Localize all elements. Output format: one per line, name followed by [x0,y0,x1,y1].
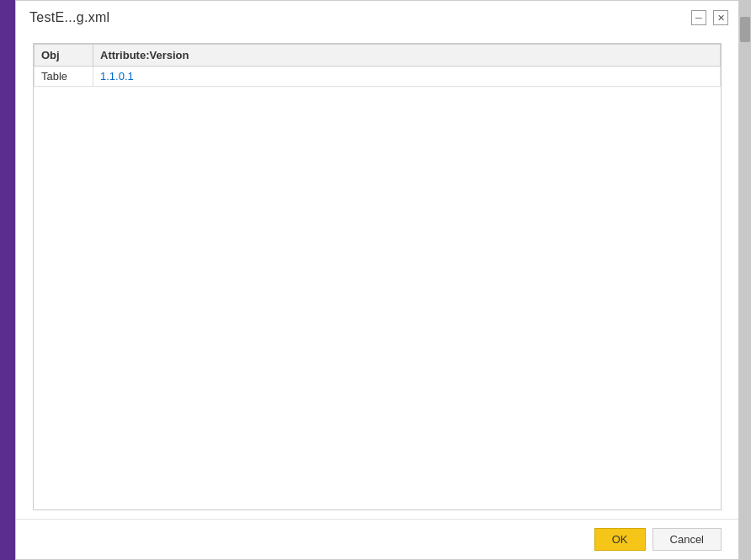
cell-obj: Table [35,67,93,87]
sidebar-strip [0,0,15,560]
col-header-attribute-version: Attribute:Version [93,45,721,67]
col-header-obj: Obj [35,45,93,67]
dialog-window: TestE...g.xml ─ ✕ Obj Attribute:Versi [15,0,739,560]
cell-version: 1.1.0.1 [93,67,721,87]
table-container[interactable]: Obj Attribute:Version Table1.1.0.1 [33,43,722,510]
content-area: Obj Attribute:Version Table1.1.0.1 [16,35,738,519]
cancel-button[interactable]: Cancel [652,528,722,551]
close-button[interactable]: ✕ [713,10,728,25]
table-header-row: Obj Attribute:Version [35,45,721,67]
title-bar: TestE...g.xml ─ ✕ [16,1,738,35]
data-table: Obj Attribute:Version Table1.1.0.1 [34,44,721,87]
table-row[interactable]: Table1.1.0.1 [35,67,721,87]
scrollbar-thumb[interactable] [740,17,750,42]
ok-button[interactable]: OK [594,528,646,551]
window-controls: ─ ✕ [691,10,728,25]
scrollbar[interactable] [739,0,751,560]
dialog-title: TestE...g.xml [29,10,109,25]
button-bar: OK Cancel [16,519,738,559]
minimize-button[interactable]: ─ [691,10,706,25]
